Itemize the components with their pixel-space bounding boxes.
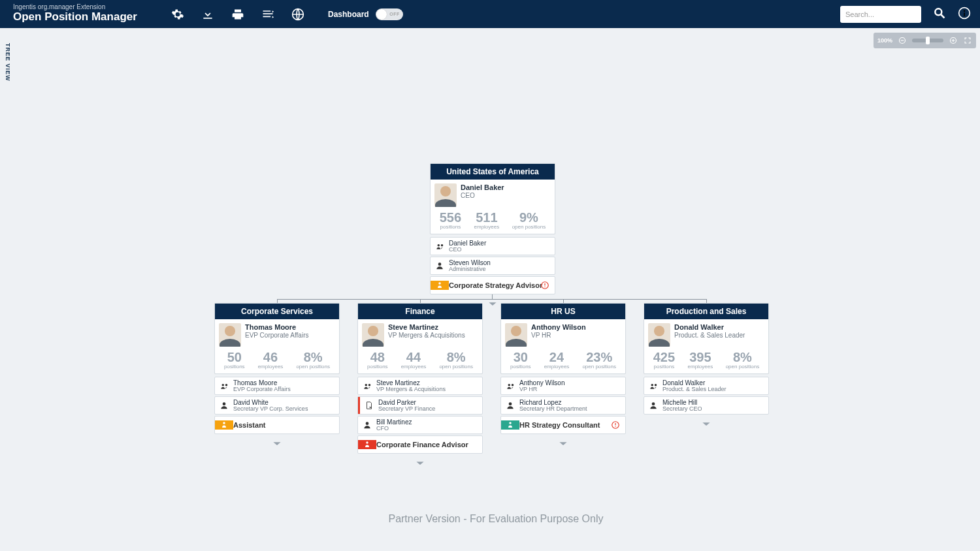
person-icon	[644, 401, 662, 410]
avatar	[434, 183, 457, 207]
person-icon	[215, 401, 233, 410]
chair-icon	[358, 440, 376, 449]
avatar	[648, 323, 670, 347]
dept-name: United States of America	[431, 164, 555, 180]
doc-icon	[360, 401, 378, 410]
svg-point-10	[223, 402, 226, 405]
print-icon[interactable]	[231, 8, 244, 21]
chevron-down-icon[interactable]	[644, 418, 769, 430]
avatar	[362, 323, 384, 347]
list-item[interactable]: Donald WalkerProduct. & Sales Leader	[644, 377, 769, 395]
svg-point-18	[652, 402, 655, 405]
person-icon	[501, 401, 519, 410]
svg-point-13	[366, 441, 368, 444]
list-item[interactable]: Michelle HillSecretary CEO	[644, 396, 769, 415]
svg-point-1	[935, 8, 941, 15]
svg-point-14	[509, 402, 512, 405]
org-icon	[215, 381, 233, 390]
person-role: CEO	[461, 192, 504, 199]
download-icon[interactable]	[201, 8, 214, 21]
chevron-down-icon[interactable]	[500, 438, 626, 450]
list-item[interactable]: David ParkerSecretary VP Finance	[357, 396, 483, 415]
alert-icon	[540, 281, 549, 290]
org-icon	[431, 242, 449, 251]
app-title: Open Position Manager	[13, 10, 150, 24]
list-item[interactable]: Richard LopezSecretary HR Department	[500, 396, 626, 415]
treeview-tab[interactable]: TREE VIEW	[3, 39, 12, 86]
org-card-finance[interactable]: Finance Steve MartinezVP Mergers & Acqui…	[357, 303, 483, 374]
svg-point-15	[509, 422, 512, 424]
list-item[interactable]: HR Strategy Consultant	[500, 416, 626, 434]
list-item[interactable]: Corporate Finance Advisor	[357, 435, 483, 454]
gear-icon[interactable]	[171, 8, 184, 21]
list-item[interactable]: Bill MartinezCFO	[357, 416, 483, 434]
evaluation-footer: Partner Version - For Evaluation Purpose…	[12, 513, 980, 525]
svg-point-17	[615, 426, 615, 427]
svg-point-9	[544, 287, 545, 287]
person-icon	[431, 261, 449, 270]
chair-icon	[215, 420, 233, 430]
svg-point-12	[366, 422, 369, 425]
org-card-root[interactable]: United States of America Daniel Baker CE…	[430, 163, 555, 234]
dashboard-toggle[interactable]: OFF	[376, 8, 403, 20]
reports-production-sales: Donald WalkerProduct. & Sales LeaderMich…	[644, 377, 769, 430]
reports-corporate-services: Thomas MooreEVP Corporate AffairsDavid W…	[214, 377, 340, 450]
avatar	[219, 323, 241, 347]
list-item[interactable]: Steve MartinezVP Mergers & Acquisitions	[357, 377, 483, 395]
list-item[interactable]: Steven WilsonAdministrative	[430, 257, 555, 275]
chair-icon	[431, 281, 449, 290]
reports-hr-us: Anthony WilsonVP HRRichard LopezSecretar…	[500, 377, 626, 450]
search-icon[interactable]	[933, 7, 946, 22]
reports-finance: Steve MartinezVP Mergers & AcquisitionsD…	[357, 377, 483, 469]
org-chart-canvas[interactable]: United States of America Daniel Baker CE…	[12, 28, 980, 551]
svg-point-3	[964, 10, 966, 12]
alert-icon	[611, 420, 620, 430]
list-item[interactable]: Corporate Strategy Advisor	[430, 276, 555, 294]
org-card-production-sales[interactable]: Production and Sales Donald WalkerProduc…	[644, 303, 769, 374]
svg-point-7	[438, 282, 441, 285]
dashboard-label: Dashboard	[328, 10, 369, 19]
org-icon	[358, 381, 376, 390]
list-item[interactable]: Daniel BakerCEO	[430, 237, 555, 255]
app-header: Ingentis org.manager Extension Open Posi…	[0, 0, 980, 28]
chevron-down-icon[interactable]	[214, 438, 340, 450]
root-reports: Daniel BakerCEOSteven WilsonAdministrati…	[430, 237, 555, 310]
list-item[interactable]: David WhiteSecretary VP Corp. Services	[214, 396, 340, 415]
list-item[interactable]: Assistant	[214, 416, 340, 434]
chevron-down-icon[interactable]	[357, 458, 483, 469]
org-card-corporate-services[interactable]: Corporate Services Thomas MooreEVP Corpo…	[214, 303, 340, 374]
search-input[interactable]	[840, 6, 921, 23]
app-subtitle: Ingentis org.manager Extension	[13, 4, 150, 10]
org-icon	[501, 381, 519, 390]
chair-icon	[501, 420, 519, 430]
info-icon[interactable]	[958, 7, 971, 22]
person-icon	[358, 420, 376, 430]
list-icon[interactable]	[261, 8, 274, 21]
globe-icon[interactable]	[291, 8, 304, 21]
svg-point-11	[223, 422, 225, 424]
org-card-hr-us[interactable]: HR US Anthony WilsonVP HR 30positions 24…	[500, 303, 626, 374]
list-item[interactable]: Thomas MooreEVP Corporate Affairs	[214, 377, 340, 395]
avatar	[505, 323, 527, 347]
svg-point-6	[438, 262, 442, 266]
org-icon	[644, 381, 662, 390]
person-name: Daniel Baker	[461, 183, 504, 191]
list-item[interactable]: Anthony WilsonVP HR	[500, 377, 626, 395]
